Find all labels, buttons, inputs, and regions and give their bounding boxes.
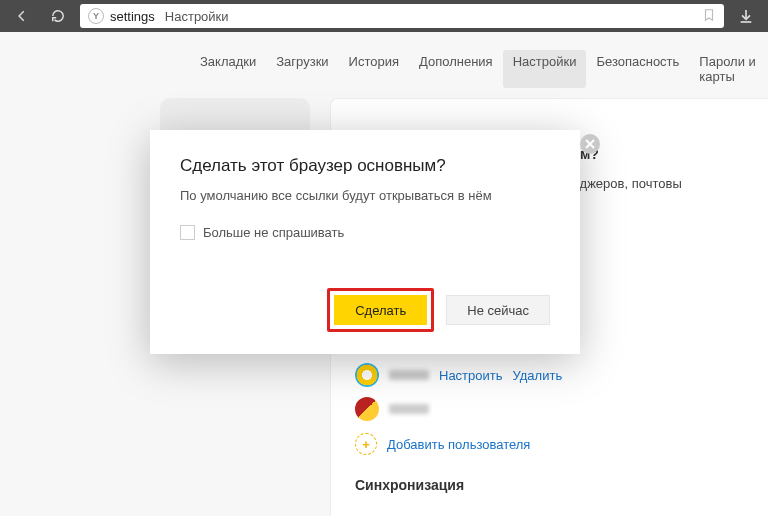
- reload-button[interactable]: [44, 4, 72, 28]
- site-icon: Y: [88, 8, 104, 24]
- dialog-title: Сделать этот браузер основным?: [180, 156, 550, 176]
- highlight-frame: Сделать: [327, 288, 434, 332]
- bookmark-icon[interactable]: [702, 8, 716, 25]
- back-button[interactable]: [8, 4, 36, 28]
- checkbox-label: Больше не спрашивать: [203, 225, 344, 240]
- downloads-button[interactable]: [732, 4, 760, 28]
- cancel-button[interactable]: Не сейчас: [446, 295, 550, 325]
- checkbox[interactable]: [180, 225, 195, 240]
- url-secondary: Настройки: [165, 9, 229, 24]
- dialog-buttons: Сделать Не сейчас: [180, 288, 550, 332]
- dialog-body: По умолчанию все ссылки будут открыватьс…: [180, 188, 550, 203]
- close-button[interactable]: [580, 134, 600, 154]
- dont-ask-row[interactable]: Больше не спрашивать: [180, 225, 550, 240]
- url-primary: settings: [110, 9, 155, 24]
- page-content: Закладки Загрузки История Дополнения Нас…: [0, 32, 768, 516]
- confirm-button[interactable]: Сделать: [334, 295, 427, 325]
- default-browser-dialog: Сделать этот браузер основным? По умолча…: [150, 130, 580, 354]
- browser-titlebar: Y settings Настройки: [0, 0, 768, 32]
- modal-overlay: Сделать этот браузер основным? По умолча…: [0, 32, 768, 516]
- address-bar[interactable]: Y settings Настройки: [80, 4, 724, 28]
